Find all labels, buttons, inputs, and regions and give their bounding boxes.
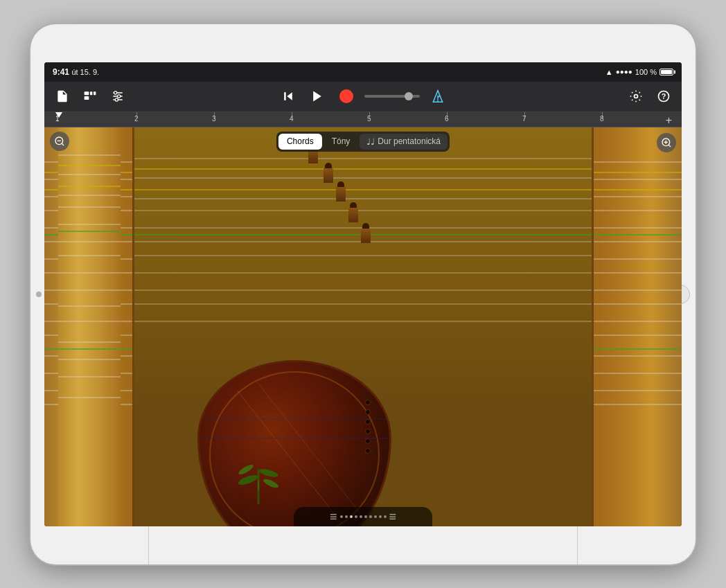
ruler-mark-7: 7	[522, 115, 526, 123]
scroll-dot-10	[384, 515, 387, 518]
connector-left	[148, 526, 149, 564]
zoom-in-icon	[661, 137, 672, 148]
mixer-button[interactable]	[108, 87, 127, 106]
ruler-mark-8: 8	[600, 115, 604, 123]
scroll-left-icon[interactable]: ≡	[330, 510, 337, 523]
svg-marker-12	[313, 91, 321, 102]
scroll-dot-2	[345, 515, 348, 518]
scroll-dots	[340, 515, 387, 518]
tab-tony-button[interactable]: Tóny	[324, 134, 359, 150]
metronome-icon	[431, 89, 445, 103]
tab-scale-label: Dur pentatonická	[378, 136, 441, 146]
body-strings	[200, 362, 389, 526]
play-button[interactable]	[306, 85, 328, 107]
ruler-mark-2: 2	[134, 115, 139, 123]
scroll-dot-5	[360, 515, 362, 518]
settings-gear-icon	[629, 89, 643, 103]
svg-rect-0	[85, 91, 89, 95]
tab-scale-button[interactable]: ♩♩ Dur pentatonická	[360, 134, 448, 150]
scroll-dot-1	[340, 515, 343, 518]
rewind-icon	[281, 89, 295, 103]
scroll-dot-4	[355, 515, 357, 518]
scroll-dot-8	[374, 515, 377, 518]
help-icon: ?	[657, 89, 671, 103]
panel-left-inner[interactable]	[58, 127, 121, 526]
camera-dot	[36, 292, 42, 297]
svg-marker-10	[287, 92, 292, 100]
timeline-ruler[interactable]: 1 2 3 4 5 6 7 8 +	[44, 112, 682, 127]
guzheng-body	[197, 360, 391, 526]
bridge-peg-2	[324, 168, 333, 183]
wifi-icon: ▲	[605, 68, 613, 76]
toolbar-left	[53, 87, 273, 106]
bridge-peg-3	[336, 186, 346, 202]
panel-middle[interactable]	[134, 127, 592, 526]
play-icon	[310, 89, 324, 103]
svg-rect-3	[94, 91, 96, 95]
ipad-frame: 9:41 út 15. 9. ▲ ●●●● 100 %	[30, 24, 696, 564]
battery-percent: 100 %	[635, 68, 657, 76]
main-content: Chords Tóny ♩♩ Dur pentatonická	[44, 127, 682, 526]
zoom-out-left-button[interactable]	[50, 132, 69, 151]
svg-line-123	[62, 143, 64, 145]
ruler-mark-4: 4	[290, 115, 294, 123]
svg-text:?: ?	[662, 92, 666, 100]
bridge-peg-5	[361, 228, 371, 243]
svg-point-8	[118, 95, 121, 98]
ruler-mark-3: 3	[212, 115, 216, 123]
document-icon	[55, 89, 69, 103]
scroll-right-icon[interactable]: ≡	[389, 510, 397, 523]
panel-right-outer[interactable]	[592, 127, 682, 526]
battery-icon	[659, 69, 673, 75]
record-button[interactable]	[337, 87, 356, 106]
settings-button[interactable]	[626, 87, 646, 106]
status-time: 9:41 út 15. 9.	[53, 67, 99, 77]
new-song-button[interactable]	[53, 87, 72, 106]
svg-line-126	[669, 145, 671, 147]
zoom-out-icon	[54, 136, 65, 147]
mixer-icon	[111, 89, 125, 103]
ipad-screen: 9:41 út 15. 9. ▲ ●●●● 100 %	[44, 62, 682, 526]
tracks-icon	[83, 89, 97, 103]
volume-slider[interactable]	[364, 95, 420, 98]
ruler-mark-1: 1	[55, 115, 60, 123]
tracks-button[interactable]	[80, 87, 100, 106]
tab-group: Chords Tóny ♩♩ Dur pentatonická	[276, 132, 450, 152]
svg-rect-11	[284, 92, 286, 100]
ruler-mark-6: 6	[445, 115, 449, 123]
toolbar: ?	[44, 82, 682, 112]
zoom-in-right-button[interactable]	[657, 133, 676, 152]
scroll-indicator[interactable]: ≡ ≡	[294, 507, 432, 526]
ruler-marks: 1 2 3 4 5 6 7 8 +	[50, 112, 676, 127]
toolbar-right: ?	[453, 87, 673, 106]
scroll-dot-6	[364, 515, 367, 518]
connector-right	[577, 526, 578, 564]
svg-point-9	[115, 98, 118, 101]
right-outer-strings	[594, 127, 682, 526]
svg-point-16	[635, 95, 638, 98]
signal-icon: ●●●●	[616, 68, 632, 75]
note-icon: ♩♩	[366, 136, 375, 147]
left-inner-strings	[58, 127, 121, 526]
svg-rect-2	[90, 91, 92, 95]
add-track-button[interactable]: +	[666, 114, 672, 127]
top-controls-overlay: Chords Tóny ♩♩ Dur pentatonická	[44, 127, 682, 155]
bridge-peg-4	[348, 207, 358, 222]
metronome-button[interactable]	[428, 87, 448, 106]
instrument-background[interactable]: Chords Tóny ♩♩ Dur pentatonická	[44, 127, 682, 526]
svg-point-7	[114, 91, 117, 94]
help-button[interactable]: ?	[654, 87, 673, 106]
rewind-button[interactable]	[278, 87, 298, 106]
bottom-bezel	[44, 526, 682, 564]
volume-knob	[405, 92, 413, 100]
record-circle-icon	[339, 89, 353, 103]
scroll-dot-7	[369, 515, 372, 518]
toolbar-center	[278, 85, 448, 107]
svg-rect-1	[85, 96, 89, 100]
status-bar: 9:41 út 15. 9. ▲ ●●●● 100 %	[44, 62, 682, 82]
ruler-mark-5: 5	[367, 115, 371, 123]
scroll-dot-3	[350, 515, 353, 518]
tab-chords-button[interactable]: Chords	[278, 134, 322, 150]
battery-fill	[661, 70, 672, 74]
scroll-dot-9	[379, 515, 382, 518]
